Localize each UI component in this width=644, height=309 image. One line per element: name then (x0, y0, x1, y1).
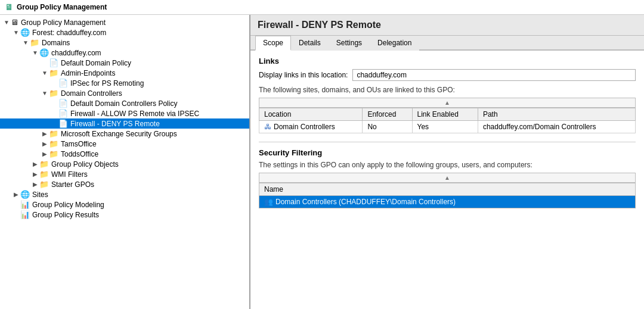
tree-expand-gpoobjects[interactable]: ▶ (31, 161, 39, 167)
tree-expand-adminep[interactable]: ▼ (41, 70, 49, 76)
links-col-path: Path (478, 108, 635, 121)
tree-expand-tamsoffice[interactable]: ▶ (41, 141, 49, 147)
security-col-name: Name (259, 183, 636, 196)
tree-label-firewalldeny: Firewall - DENY PS Remote (70, 120, 160, 128)
tree-label-wmifilters: WMI Filters (51, 170, 88, 179)
tree-item-defaultdomain[interactable]: 📄Default Domain Policy (0, 58, 249, 68)
tree-item-tamsoffice[interactable]: ▶📁TamsOffice (0, 139, 249, 149)
tree-item-firewallallow[interactable]: 📄Firewall - ALLOW PS Remote via IPSEC (0, 108, 249, 118)
tree-label-chadduffey: chadduffey.com (51, 49, 101, 57)
links-col-enforced: Enforced (363, 108, 412, 121)
tree-icon-forest: 🌐 (20, 28, 30, 37)
tree-icon-chadduffey: 🌐 (39, 48, 49, 57)
tree-label-gpresults: Group Policy Results (32, 211, 99, 219)
tree-label-forest: Forest: chadduffey.com (32, 29, 106, 37)
tab-settings[interactable]: Settings (329, 36, 370, 51)
tree-item-domains[interactable]: ▼📁Domains (0, 38, 249, 48)
tree-icon-gpoobjects: 📁 (39, 160, 49, 168)
tree-icon-domctrl: 📁 (49, 89, 58, 98)
tree-item-forest[interactable]: ▼🌐Forest: chadduffey.com (0, 27, 249, 38)
tree-expand-msexchange[interactable]: ▶ (41, 130, 49, 137)
links-cell-location: 🖧Domain Controllers (259, 121, 363, 133)
tab-details[interactable]: Details (291, 36, 329, 51)
tree-item-root[interactable]: ▼🖥Group Policy Management (0, 17, 249, 27)
right-header: Firewall - DENY PS Remote (250, 15, 644, 36)
links-table: LocationEnforcedLink EnabledPath🖧Domain … (259, 108, 636, 133)
tree-item-ipsec[interactable]: 📄IPSec for PS Remoting (0, 78, 249, 88)
tree-item-gpoobjects[interactable]: ▶📁Group Policy Objects (0, 159, 249, 169)
tree-item-wmifilters[interactable]: ▶📁WMI Filters (0, 169, 249, 179)
tree-icon-firewallallow: 📄 (58, 109, 68, 118)
tree-icon-sites: 🌐 (20, 190, 30, 199)
display-links-label: Display links in this location: (259, 71, 348, 79)
tree-expand-forest[interactable]: ▼ (12, 29, 20, 36)
security-section: Security Filtering The settings in this … (259, 142, 636, 208)
tree-label-msexchange: Microsoft Exchange Security Groups (61, 130, 177, 138)
links-sort-arrow: ▲ (444, 99, 450, 106)
links-sub-label: The following sites, domains, and OUs ar… (259, 86, 636, 94)
tree-item-firewalldeny[interactable]: 📄Firewall - DENY PS Remote (0, 118, 249, 129)
tree-item-adminep[interactable]: ▼📁Admin-Endpoints (0, 68, 249, 78)
tree-item-domctrl[interactable]: ▼📁Domain Controllers (0, 88, 249, 98)
tree-icon-ipsec: 📄 (58, 79, 68, 88)
tree-label-root: Group Policy Management (21, 18, 106, 27)
tree-expand-wmifilters[interactable]: ▶ (31, 171, 39, 177)
main-layout: ▼🖥Group Policy Management▼🌐Forest: chadd… (0, 15, 644, 309)
tree-label-sites: Sites (32, 191, 48, 199)
links-row[interactable]: 🖧Domain ControllersNoYeschadduffey.com/D… (259, 121, 636, 133)
tab-scope[interactable]: Scope (255, 36, 291, 51)
security-sort-arrow: ▲ (444, 174, 450, 181)
tree-expand-toddsoffice[interactable]: ▶ (41, 151, 49, 157)
tree-icon-adminep: 📁 (49, 68, 58, 77)
security-row[interactable]: 👥Domain Controllers (CHADDUFFEY\Domain C… (259, 196, 636, 208)
links-cell-path: chadduffey.com/Domain Controllers (478, 121, 635, 133)
tree-item-toddsoffice[interactable]: ▶📁ToddsOffice (0, 149, 249, 159)
links-col-location: Location (259, 108, 363, 121)
security-section-title: Security Filtering (259, 148, 636, 157)
tree-icon-gpresults: 📊 (20, 210, 30, 219)
tree-pane[interactable]: ▼🖥Group Policy Management▼🌐Forest: chadd… (0, 15, 250, 309)
tree-item-msexchange[interactable]: ▶📁Microsoft Exchange Security Groups (0, 129, 249, 139)
tab-delegation[interactable]: Delegation (370, 36, 419, 51)
tree-icon-startergpos: 📁 (39, 180, 49, 189)
links-cell-enforced: No (363, 121, 412, 133)
security-row-icon: 👥 (264, 198, 273, 206)
display-links-row: Display links in this location: chadduff… (259, 69, 636, 81)
tree-label-gpmodeling: Group Policy Modeling (32, 201, 104, 209)
links-col-linkEnabled: Link Enabled (412, 108, 478, 121)
tree-label-defaultdomain: Default Domain Policy (61, 59, 131, 67)
tree-expand-sites[interactable]: ▶ (12, 191, 20, 198)
tree-icon-toddsoffice: 📁 (49, 149, 58, 158)
links-sort-container[interactable]: ▲ (259, 98, 636, 108)
tree-icon-tamsoffice: 📁 (49, 139, 58, 148)
tree-icon-defaultdomain: 📄 (49, 58, 58, 67)
content-area: Links Display links in this location: ch… (250, 51, 644, 309)
tree-item-gpmodeling[interactable]: 📊Group Policy Modeling (0, 199, 249, 210)
tree-icon-gpmodeling: 📊 (20, 200, 30, 209)
security-description: The settings in this GPO can only apply … (259, 161, 636, 169)
tree-expand-startergpos[interactable]: ▶ (31, 181, 39, 188)
tree-item-startergpos[interactable]: ▶📁Starter GPOs (0, 179, 249, 189)
tree-icon-domains: 📁 (30, 38, 39, 47)
tree-item-defaultdc[interactable]: 📄Default Domain Controllers Policy (0, 98, 249, 108)
tree-label-adminep: Admin-Endpoints (61, 69, 115, 77)
tree-label-domctrl: Domain Controllers (61, 89, 122, 98)
tree-label-gpoobjects: Group Policy Objects (51, 160, 119, 168)
tree-expand-chadduffey[interactable]: ▼ (31, 49, 39, 56)
tree-item-gpresults[interactable]: 📊Group Policy Results (0, 210, 249, 220)
security-sort-container[interactable]: ▲ (259, 173, 636, 183)
tree-label-firewallallow: Firewall - ALLOW PS Remote via IPSEC (70, 110, 199, 118)
tree-label-defaultdc: Default Domain Controllers Policy (70, 99, 177, 108)
tree-expand-root[interactable]: ▼ (2, 19, 11, 26)
tree-icon-root: 🖥 (11, 18, 18, 27)
links-section-title: Links (259, 57, 636, 65)
tree-expand-domctrl[interactable]: ▼ (41, 90, 49, 96)
security-cell-name: 👥Domain Controllers (CHADDUFFEY\Domain C… (259, 196, 636, 208)
right-pane-title: Firewall - DENY PS Remote (258, 20, 637, 30)
tree-expand-domains[interactable]: ▼ (21, 39, 30, 46)
app-title: Group Policy Management (17, 3, 107, 11)
display-links-value: chadduffey.com (352, 69, 636, 81)
tree-label-tamsoffice: TamsOffice (61, 140, 97, 148)
tree-item-chadduffey[interactable]: ▼🌐chadduffey.com (0, 48, 249, 58)
tree-item-sites[interactable]: ▶🌐Sites (0, 189, 249, 199)
